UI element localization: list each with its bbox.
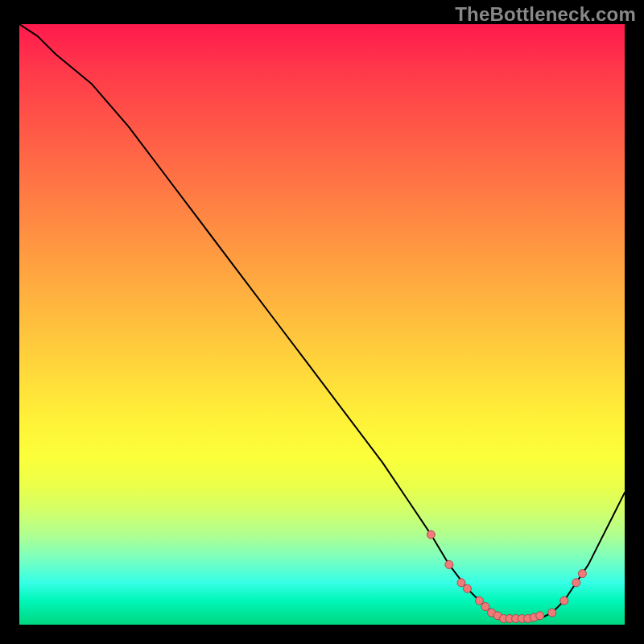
bottleneck-curve bbox=[19, 24, 625, 625]
marker-dot bbox=[445, 560, 453, 568]
curve-path bbox=[19, 24, 625, 619]
curve-markers bbox=[427, 530, 586, 622]
chart-container: TheBottleneck.com bbox=[0, 0, 644, 644]
marker-dot bbox=[476, 597, 484, 605]
plot-area bbox=[19, 24, 625, 625]
marker-dot bbox=[464, 584, 472, 592]
marker-dot bbox=[427, 530, 435, 539]
marker-dot bbox=[457, 579, 465, 587]
marker-dot bbox=[548, 609, 556, 617]
marker-dot bbox=[536, 612, 544, 620]
watermark-text: TheBottleneck.com bbox=[455, 3, 636, 26]
marker-dot bbox=[560, 597, 568, 605]
marker-dot bbox=[578, 570, 586, 578]
marker-dot bbox=[481, 603, 489, 611]
marker-dot bbox=[572, 579, 580, 587]
